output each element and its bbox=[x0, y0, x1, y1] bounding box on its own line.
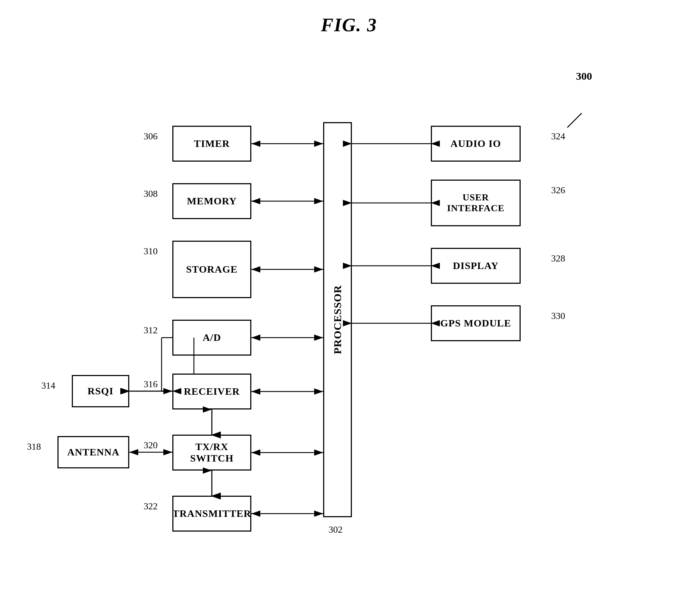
memory-ref: 308 bbox=[144, 189, 158, 199]
display-block: DISPLAY bbox=[431, 248, 521, 284]
processor-block: PROCESSOR bbox=[323, 122, 352, 517]
storage-block: STORAGE bbox=[172, 241, 251, 298]
processor-ref: 302 bbox=[329, 524, 343, 535]
rsqi-ref: 314 bbox=[41, 380, 55, 391]
timer-block: TIMER bbox=[172, 126, 251, 162]
transmitter-ref: 322 bbox=[144, 501, 158, 512]
txrx-block: TX/RX SWITCH bbox=[172, 435, 251, 471]
receiver-block: RECEIVER bbox=[172, 374, 251, 409]
svg-line-7 bbox=[567, 113, 582, 128]
fig-title: FIG. 3 bbox=[0, 0, 698, 36]
ref-300-label: 300 bbox=[576, 70, 592, 82]
display-ref: 328 bbox=[551, 253, 565, 264]
receiver-ref: 316 bbox=[144, 379, 158, 390]
audio-io-ref: 324 bbox=[551, 131, 565, 142]
gps-module-block: GPS MODULE bbox=[431, 305, 521, 341]
antenna-block: ANTENNA bbox=[57, 436, 129, 468]
storage-ref: 310 bbox=[144, 246, 158, 257]
ad-ref: 312 bbox=[144, 325, 158, 336]
txrx-ref: 320 bbox=[144, 440, 158, 451]
ad-block: A/D bbox=[172, 320, 251, 356]
antenna-ref: 318 bbox=[27, 441, 41, 452]
transmitter-block: TRANSMITTER bbox=[172, 496, 251, 532]
user-interface-block: USER INTERFACE bbox=[431, 180, 521, 226]
memory-block: MEMORY bbox=[172, 183, 251, 219]
gps-module-ref: 330 bbox=[551, 311, 565, 321]
user-interface-ref: 326 bbox=[551, 185, 565, 196]
timer-ref: 306 bbox=[144, 131, 158, 142]
rsqi-block: RSQI bbox=[72, 375, 129, 407]
audio-io-block: AUDIO IO bbox=[431, 126, 521, 162]
